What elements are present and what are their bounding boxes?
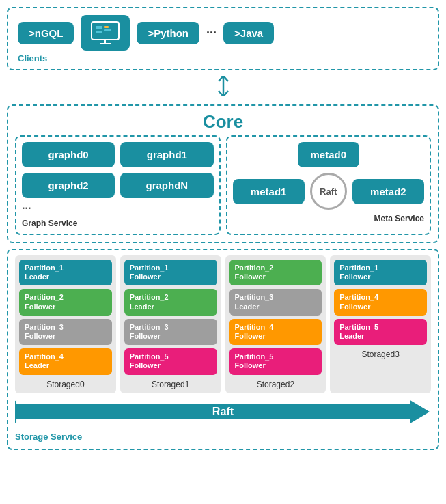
svg-rect-3: [96, 26, 102, 29]
core-title: Core: [15, 111, 431, 132]
storage-grid: Partition_1Leader Partition_2Follower Pa…: [15, 255, 431, 393]
partition-4-follower-s2: Partition_4Follower: [229, 319, 322, 345]
svg-text:Raft: Raft: [212, 405, 234, 417]
svg-rect-4: [104, 26, 109, 28]
partition-2-follower-s0: Partition_2Follower: [19, 289, 112, 315]
storaged3-label: Storaged3: [334, 350, 427, 359]
raft-circle: Raft: [310, 173, 347, 210]
partition-4-leader-s0: Partition_4Leader: [19, 348, 112, 374]
graphd2-node: graphd2: [22, 173, 115, 198]
metad2-node: metad2: [352, 179, 424, 204]
java-client: >Java: [223, 22, 274, 44]
raft-arrow-svg: Raft: [15, 399, 431, 425]
storaged1-label: Storaged1: [124, 380, 217, 389]
ngql-client: >nGQL: [18, 22, 74, 44]
graph-service-box: graphd0 graphd1 graphd2 graphdN ··· Grap…: [15, 135, 221, 235]
main-container: >nGQL >Python ··· >Java Clients: [7, 7, 439, 450]
partition-5-follower-s1: Partition_5Follower: [124, 348, 217, 374]
storage-section: Partition_1Leader Partition_2Follower Pa…: [7, 249, 439, 450]
svg-rect-5: [104, 29, 111, 31]
graph-service-label: Graph Service: [22, 219, 214, 228]
monitor-icon: [90, 20, 120, 45]
graphd0-node: graphd0: [22, 142, 115, 167]
metad0-node: metad0: [298, 142, 359, 167]
clients-section: >nGQL >Python ··· >Java Clients: [7, 7, 439, 70]
clients-label: Clients: [18, 53, 47, 64]
graph-nodes-grid: graphd0 graphd1 graphd2 graphdN: [22, 142, 214, 198]
meta-service-box: metad0 metad1 Raft metad2 Meta Service: [226, 135, 432, 235]
partition-3-leader-s2: Partition_3Leader: [229, 289, 322, 315]
metad1-node: metad1: [233, 179, 305, 204]
meta-service-label: Meta Service: [233, 214, 425, 223]
svg-rect-6: [96, 31, 102, 33]
partition-5-follower-s2: Partition_5Follower: [229, 348, 322, 374]
storaged2-col: Partition_2Follower Partition_3Leader Pa…: [225, 255, 326, 393]
partition-1-follower-s1: Partition_1Follower: [124, 260, 217, 285]
partition-1-follower-s3: Partition_1Follower: [334, 260, 427, 285]
graphd1-node: graphd1: [120, 142, 213, 167]
storaged2-label: Storaged2: [229, 380, 322, 389]
partition-2-leader-s1: Partition_2Leader: [124, 289, 217, 315]
python-client: >Python: [137, 22, 199, 44]
partition-1-leader-s0: Partition_1Leader: [19, 260, 112, 285]
clients-dots: ···: [206, 26, 217, 40]
arrow-down: [7, 76, 439, 99]
partition-2-follower-s2: Partition_2Follower: [229, 260, 322, 285]
storaged3-col: Partition_1Follower Partition_4Follower …: [330, 255, 431, 393]
clients-label-row: Clients: [18, 53, 428, 64]
storaged0-label: Storaged0: [19, 380, 112, 389]
graph-dots: ···: [22, 202, 31, 214]
storaged0-col: Partition_1Leader Partition_2Follower Pa…: [15, 255, 116, 393]
core-section: Core graphd0 graphd1 graphd2 graphdN ···…: [7, 104, 439, 243]
raft-arrow-container: Raft: [15, 399, 431, 428]
graphdN-node: graphdN: [120, 173, 213, 198]
storage-service-label: Storage Service: [15, 432, 431, 442]
partition-4-follower-s3: Partition_4Follower: [334, 289, 427, 315]
services-row: graphd0 graphd1 graphd2 graphdN ··· Grap…: [15, 135, 431, 235]
bidirectional-arrow-icon: [215, 76, 232, 96]
partition-3-follower-s0: Partition_3Follower: [19, 319, 112, 345]
partition-3-follower-s1: Partition_3Follower: [124, 319, 217, 345]
monitor-client: [81, 15, 130, 51]
clients-row: >nGQL >Python ··· >Java: [18, 15, 428, 51]
storaged1-col: Partition_1Follower Partition_2Leader Pa…: [120, 255, 221, 393]
partition-5-leader-s3: Partition_5Leader: [334, 319, 427, 345]
svg-marker-9: [15, 400, 36, 423]
